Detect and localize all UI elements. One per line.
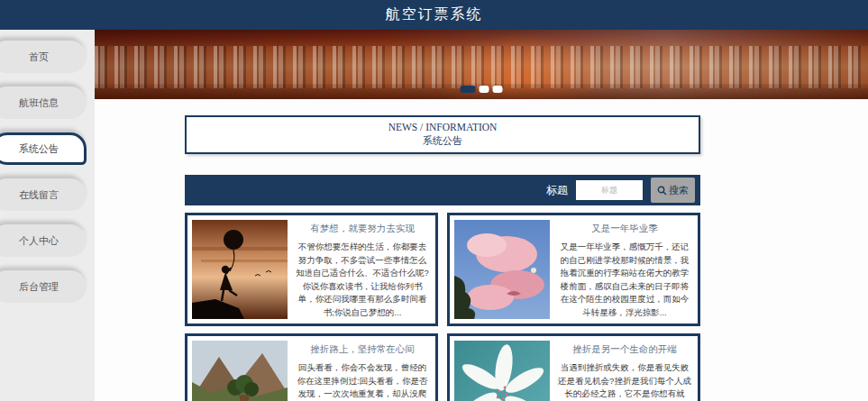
carousel-dot-2[interactable]	[480, 86, 489, 93]
main-content: NEWS / INFORMATION 系统公告 标题 搜索	[95, 30, 868, 401]
city-skyline-graphic	[95, 46, 868, 87]
sidebar-item-messages[interactable]: 在线留言	[0, 178, 87, 211]
sidebar-item-profile[interactable]: 个人中心	[0, 224, 87, 257]
carousel-dot-1-active[interactable]	[461, 86, 476, 93]
app-window: 航空订票系统 首页 航班信息 系统公告 在线留言 个人中心 后台管理	[0, 0, 868, 401]
news-card-excerpt: 回头看看，你会不会发现，曾经的你在这里摔倒过:回头看看，你是否发现，一次次地重复…	[296, 361, 429, 401]
white-flower-teal-image	[454, 341, 550, 401]
news-card-title: 有梦想，就要努力去实现	[296, 223, 429, 235]
girl-balloon-sunset-image	[192, 220, 288, 319]
news-card-graduation[interactable]: 又是一年毕业季 又是一年毕业季，感慨万千，还记的自己刚进学校那时候的情景，我拖着…	[447, 213, 700, 326]
search-button-label: 搜索	[669, 184, 689, 197]
mountain-lake-trees-image	[192, 341, 288, 401]
sidebar-item-label: 航班信息	[19, 96, 59, 110]
section-heading-box: NEWS / INFORMATION 系统公告	[185, 115, 700, 154]
sidebar-item-announcements[interactable]: 系统公告	[0, 132, 87, 165]
sidebar-item-label: 系统公告	[19, 142, 59, 156]
sidebar-item-home[interactable]: 首页	[0, 41, 87, 73]
news-card-grid: 有梦想，就要努力去实现 不管你想要怎样的生活，你都要去努力争取，不多尝试一些事情…	[185, 213, 700, 401]
news-card-text: 又是一年毕业季 又是一年毕业季，感慨万千，还记的自己刚进学校那时候的情景，我拖着…	[556, 220, 693, 319]
page-title: 航空订票系统	[386, 5, 483, 24]
sidebar-item-label: 首页	[29, 50, 49, 64]
app-header: 航空订票系统	[0, 0, 868, 30]
sidebar-item-label: 后台管理	[19, 280, 59, 294]
main-layout: 首页 航班信息 系统公告 在线留言 个人中心 后台管理 NEWS / INFOR…	[0, 30, 868, 401]
search-input[interactable]	[576, 180, 643, 200]
section-heading-en: NEWS / INFORMATION	[187, 122, 699, 133]
search-icon	[657, 186, 667, 196]
news-card-title: 又是一年毕业季	[558, 223, 691, 235]
hero-carousel-image	[95, 30, 868, 99]
news-card-excerpt: 当遇到挫折或失败，你是看见失败还是看见机会?挫折是我们每个人成长的必经之路，它不…	[558, 361, 691, 401]
content-column: NEWS / INFORMATION 系统公告 标题 搜索	[185, 115, 700, 401]
news-card-perseverance[interactable]: 挫折路上，坚持常在心间 回头看看，你会不会发现，曾经的你在这里摔倒过:回头看看，…	[185, 333, 438, 401]
sidebar-nav: 首页 航班信息 系统公告 在线留言 个人中心 后台管理	[0, 30, 95, 401]
section-heading-zh: 系统公告	[187, 135, 699, 147]
news-card-title: 挫折是另一个生命的开端	[558, 343, 691, 356]
news-card-excerpt: 又是一年毕业季，感慨万千，还记的自己刚进学校那时候的情景，我拖着沉重的行李箱站在…	[558, 241, 691, 319]
news-card-text: 挫折路上，坚持常在心间 回头看看，你会不会发现，曾经的你在这里摔倒过:回头看看，…	[294, 341, 431, 401]
news-card-new-beginning[interactable]: 挫折是另一个生命的开端 当遇到挫折或失败，你是看见失败还是看见机会?挫折是我们每…	[447, 333, 700, 401]
news-card-text: 挫折是另一个生命的开端 当遇到挫折或失败，你是看见失败还是看见机会?挫折是我们每…	[556, 341, 693, 401]
sidebar-item-label: 个人中心	[19, 234, 59, 248]
sidebar-item-flight-info[interactable]: 航班信息	[0, 87, 87, 119]
news-card-excerpt: 不管你想要怎样的生活，你都要去努力争取，不多尝试一些事情怎么知道自己适合什么、不…	[296, 241, 429, 319]
sidebar-item-admin[interactable]: 后台管理	[0, 270, 87, 303]
pink-clouds-sky-image	[454, 220, 550, 319]
search-button[interactable]: 搜索	[651, 178, 695, 203]
news-card-text: 有梦想，就要努力去实现 不管你想要怎样的生活，你都要去努力争取，不多尝试一些事情…	[294, 220, 431, 319]
news-card-title: 挫折路上，坚持常在心间	[296, 343, 429, 356]
sidebar-item-label: 在线留言	[19, 188, 59, 202]
news-card-dream[interactable]: 有梦想，就要努力去实现 不管你想要怎样的生活，你都要去努力争取，不多尝试一些事情…	[185, 213, 438, 326]
carousel-dot-3[interactable]	[493, 86, 503, 93]
carousel-indicators	[461, 86, 503, 93]
search-bar: 标题 搜索	[185, 175, 700, 205]
search-field-label: 标题	[546, 183, 568, 198]
